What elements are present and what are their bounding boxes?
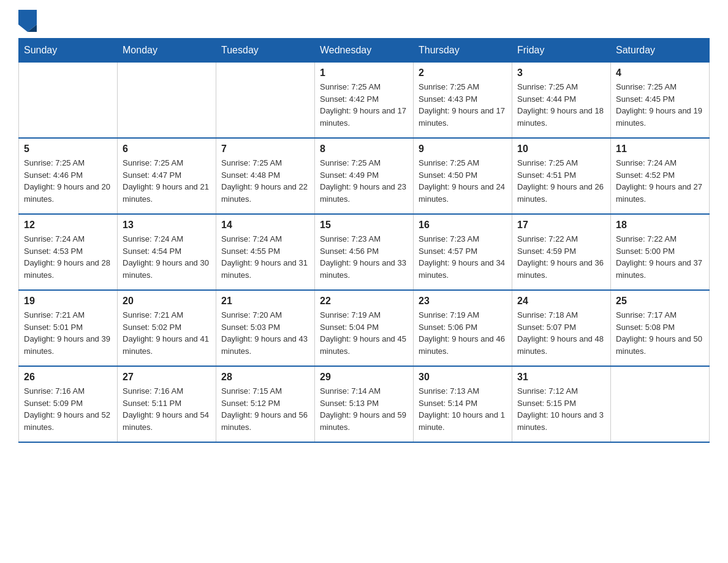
calendar-week-row: 19Sunrise: 7:21 AM Sunset: 5:01 PM Dayli… [19, 290, 710, 366]
day-info: Sunrise: 7:25 AM Sunset: 4:44 PM Dayligh… [517, 81, 605, 129]
day-info: Sunrise: 7:24 AM Sunset: 4:54 PM Dayligh… [123, 233, 211, 281]
day-number: 30 [419, 372, 507, 383]
calendar-cell: 10Sunrise: 7:25 AM Sunset: 4:51 PM Dayli… [512, 138, 611, 214]
day-number: 2 [419, 67, 507, 79]
day-info: Sunrise: 7:17 AM Sunset: 5:08 PM Dayligh… [616, 309, 704, 357]
day-info: Sunrise: 7:23 AM Sunset: 4:56 PM Dayligh… [320, 233, 408, 281]
calendar-cell: 21Sunrise: 7:20 AM Sunset: 5:03 PM Dayli… [216, 290, 315, 366]
day-info: Sunrise: 7:16 AM Sunset: 5:09 PM Dayligh… [24, 385, 112, 433]
day-number: 28 [221, 372, 309, 383]
day-number: 11 [616, 144, 704, 155]
day-info: Sunrise: 7:24 AM Sunset: 4:53 PM Dayligh… [24, 233, 112, 281]
day-info: Sunrise: 7:12 AM Sunset: 5:15 PM Dayligh… [517, 385, 605, 433]
day-info: Sunrise: 7:25 AM Sunset: 4:43 PM Dayligh… [419, 81, 507, 129]
calendar-cell [19, 63, 118, 139]
day-number: 7 [221, 144, 309, 155]
day-info: Sunrise: 7:14 AM Sunset: 5:13 PM Dayligh… [320, 385, 408, 433]
logo-icon [18, 10, 37, 32]
calendar-header-saturday: Saturday [611, 39, 710, 63]
calendar-cell: 31Sunrise: 7:12 AM Sunset: 5:15 PM Dayli… [512, 366, 611, 442]
day-number: 1 [320, 67, 408, 79]
day-info: Sunrise: 7:21 AM Sunset: 5:01 PM Dayligh… [24, 309, 112, 357]
day-number: 16 [419, 220, 507, 231]
calendar-cell: 6Sunrise: 7:25 AM Sunset: 4:47 PM Daylig… [118, 138, 216, 214]
calendar-cell: 25Sunrise: 7:17 AM Sunset: 5:08 PM Dayli… [611, 290, 710, 366]
calendar-header-thursday: Thursday [414, 39, 512, 63]
day-info: Sunrise: 7:19 AM Sunset: 5:06 PM Dayligh… [419, 309, 507, 357]
calendar-cell: 28Sunrise: 7:15 AM Sunset: 5:12 PM Dayli… [216, 366, 315, 442]
day-info: Sunrise: 7:20 AM Sunset: 5:03 PM Dayligh… [221, 309, 309, 357]
day-number: 15 [320, 220, 408, 231]
day-number: 17 [517, 220, 605, 231]
calendar-cell [118, 63, 216, 139]
logo [18, 12, 37, 32]
day-number: 24 [517, 296, 605, 307]
day-number: 21 [221, 296, 309, 307]
day-number: 6 [123, 144, 211, 155]
calendar-header-wednesday: Wednesday [315, 39, 414, 63]
calendar-cell: 29Sunrise: 7:14 AM Sunset: 5:13 PM Dayli… [315, 366, 414, 442]
day-number: 27 [123, 372, 211, 383]
calendar-cell: 27Sunrise: 7:16 AM Sunset: 5:11 PM Dayli… [118, 366, 216, 442]
day-info: Sunrise: 7:21 AM Sunset: 5:02 PM Dayligh… [123, 309, 211, 357]
day-info: Sunrise: 7:16 AM Sunset: 5:11 PM Dayligh… [123, 385, 211, 433]
day-number: 12 [24, 220, 112, 231]
calendar-cell: 3Sunrise: 7:25 AM Sunset: 4:44 PM Daylig… [512, 63, 611, 139]
calendar-cell: 19Sunrise: 7:21 AM Sunset: 5:01 PM Dayli… [19, 290, 118, 366]
calendar-week-row: 12Sunrise: 7:24 AM Sunset: 4:53 PM Dayli… [19, 214, 710, 290]
day-info: Sunrise: 7:22 AM Sunset: 5:00 PM Dayligh… [616, 233, 704, 281]
calendar-cell: 5Sunrise: 7:25 AM Sunset: 4:46 PM Daylig… [19, 138, 118, 214]
calendar-week-row: 26Sunrise: 7:16 AM Sunset: 5:09 PM Dayli… [19, 366, 710, 442]
day-number: 26 [24, 372, 112, 383]
day-number: 14 [221, 220, 309, 231]
day-number: 22 [320, 296, 408, 307]
calendar-cell: 2Sunrise: 7:25 AM Sunset: 4:43 PM Daylig… [414, 63, 512, 139]
calendar-cell [216, 63, 315, 139]
calendar-cell: 23Sunrise: 7:19 AM Sunset: 5:06 PM Dayli… [414, 290, 512, 366]
calendar-cell: 15Sunrise: 7:23 AM Sunset: 4:56 PM Dayli… [315, 214, 414, 290]
day-number: 31 [517, 372, 605, 383]
calendar-cell: 30Sunrise: 7:13 AM Sunset: 5:14 PM Dayli… [414, 366, 512, 442]
calendar-cell: 1Sunrise: 7:25 AM Sunset: 4:42 PM Daylig… [315, 63, 414, 139]
calendar-cell: 18Sunrise: 7:22 AM Sunset: 5:00 PM Dayli… [611, 214, 710, 290]
day-number: 18 [616, 220, 704, 231]
calendar-cell: 13Sunrise: 7:24 AM Sunset: 4:54 PM Dayli… [118, 214, 216, 290]
calendar-week-row: 1Sunrise: 7:25 AM Sunset: 4:42 PM Daylig… [19, 63, 710, 139]
day-info: Sunrise: 7:25 AM Sunset: 4:51 PM Dayligh… [517, 157, 605, 205]
day-number: 13 [123, 220, 211, 231]
calendar-cell: 7Sunrise: 7:25 AM Sunset: 4:48 PM Daylig… [216, 138, 315, 214]
day-number: 8 [320, 144, 408, 155]
day-number: 3 [517, 67, 605, 79]
calendar-header-sunday: Sunday [19, 39, 118, 63]
day-number: 10 [517, 144, 605, 155]
day-info: Sunrise: 7:23 AM Sunset: 4:57 PM Dayligh… [419, 233, 507, 281]
calendar-cell: 26Sunrise: 7:16 AM Sunset: 5:09 PM Dayli… [19, 366, 118, 442]
day-info: Sunrise: 7:25 AM Sunset: 4:46 PM Dayligh… [24, 157, 112, 205]
calendar-cell: 20Sunrise: 7:21 AM Sunset: 5:02 PM Dayli… [118, 290, 216, 366]
day-info: Sunrise: 7:25 AM Sunset: 4:42 PM Dayligh… [320, 81, 408, 129]
calendar-cell: 4Sunrise: 7:25 AM Sunset: 4:45 PM Daylig… [611, 63, 710, 139]
day-info: Sunrise: 7:13 AM Sunset: 5:14 PM Dayligh… [419, 385, 507, 433]
calendar-header-monday: Monday [118, 39, 216, 63]
day-number: 9 [419, 144, 507, 155]
calendar-cell: 16Sunrise: 7:23 AM Sunset: 4:57 PM Dayli… [414, 214, 512, 290]
day-info: Sunrise: 7:24 AM Sunset: 4:55 PM Dayligh… [221, 233, 309, 281]
calendar-table: SundayMondayTuesdayWednesdayThursdayFrid… [18, 38, 710, 443]
calendar-header-tuesday: Tuesday [216, 39, 315, 63]
day-number: 29 [320, 372, 408, 383]
day-number: 5 [24, 144, 112, 155]
day-info: Sunrise: 7:25 AM Sunset: 4:49 PM Dayligh… [320, 157, 408, 205]
day-number: 4 [616, 67, 704, 79]
calendar-header-row: SundayMondayTuesdayWednesdayThursdayFrid… [19, 39, 710, 63]
day-number: 23 [419, 296, 507, 307]
calendar-cell: 14Sunrise: 7:24 AM Sunset: 4:55 PM Dayli… [216, 214, 315, 290]
day-info: Sunrise: 7:25 AM Sunset: 4:47 PM Dayligh… [123, 157, 211, 205]
calendar-cell: 9Sunrise: 7:25 AM Sunset: 4:50 PM Daylig… [414, 138, 512, 214]
calendar-cell: 22Sunrise: 7:19 AM Sunset: 5:04 PM Dayli… [315, 290, 414, 366]
day-info: Sunrise: 7:15 AM Sunset: 5:12 PM Dayligh… [221, 385, 309, 433]
day-info: Sunrise: 7:25 AM Sunset: 4:48 PM Dayligh… [221, 157, 309, 205]
calendar-header-friday: Friday [512, 39, 611, 63]
calendar-cell: 8Sunrise: 7:25 AM Sunset: 4:49 PM Daylig… [315, 138, 414, 214]
day-number: 20 [123, 296, 211, 307]
calendar-cell [611, 366, 710, 442]
